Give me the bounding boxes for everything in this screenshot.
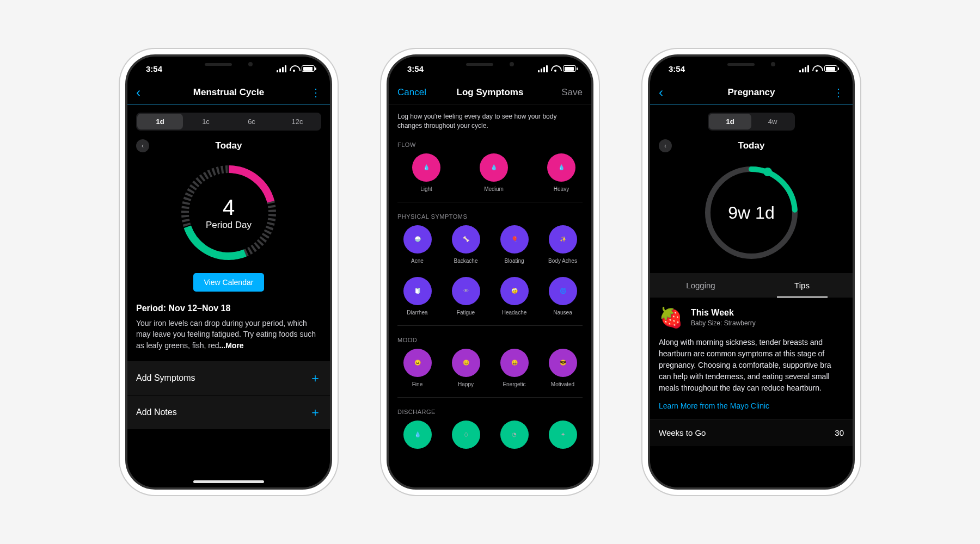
fatigue-icon: 👁 xyxy=(452,277,480,305)
time-range-segmented-control[interactable]: 1d 4w xyxy=(708,113,795,131)
previous-day-button[interactable]: ‹ xyxy=(136,139,149,152)
discharge-icon: ◔ xyxy=(500,421,529,449)
phone-pregnancy: 3:54 ‹ Pregnancy ⋮ 1d 4w ‹ Today xyxy=(648,54,855,490)
plus-icon: ＋ xyxy=(309,404,321,421)
symptom-discharge-2[interactable]: ⬯ xyxy=(442,421,490,449)
symptom-acne[interactable]: 🍚Acne xyxy=(393,225,442,264)
symptom-fatigue[interactable]: 👁Fatigue xyxy=(442,277,490,316)
segment-12c[interactable]: 12c xyxy=(274,114,320,129)
segment-1c[interactable]: 1c xyxy=(183,114,229,129)
more-options-button[interactable]: ⋮ xyxy=(310,86,321,99)
read-more-link[interactable]: ...More xyxy=(219,341,244,350)
heavy-drops-icon: 💧 xyxy=(547,153,575,182)
tip-subtitle: Baby Size: Strawberry xyxy=(691,319,756,327)
segment-4w[interactable]: 4w xyxy=(751,114,794,129)
diarrhea-icon: 🧻 xyxy=(403,277,432,305)
cycle-day-number: 4 xyxy=(223,195,235,220)
symptom-flow-medium[interactable]: 💧 Medium xyxy=(468,153,519,192)
symptom-backache[interactable]: 🦴Backache xyxy=(442,225,490,264)
section-discharge-label: DISCHARGE xyxy=(389,398,591,421)
add-notes-label: Add Notes xyxy=(136,407,177,417)
save-button[interactable]: Save xyxy=(561,87,583,98)
symptom-mood-energetic[interactable]: 😄Energetic xyxy=(490,349,538,387)
previous-day-button[interactable]: ‹ xyxy=(659,139,672,152)
page-title: Menstrual Cycle xyxy=(193,87,264,98)
cycle-day-label: Period Day xyxy=(206,220,252,231)
segment-1d[interactable]: 1d xyxy=(709,114,751,129)
phone-log-symptoms: 3:54 Cancel Log Symptoms Save Log how yo… xyxy=(387,54,593,490)
back-button[interactable]: ‹ xyxy=(659,86,663,99)
battery-icon xyxy=(302,65,315,72)
pregnancy-week-day: 9w 1d xyxy=(728,203,774,223)
discharge-icon: ✦ xyxy=(549,421,577,449)
drop-icon: 💧 xyxy=(412,153,440,182)
battery-icon xyxy=(824,65,837,72)
add-symptoms-label: Add Symptoms xyxy=(136,373,195,383)
symptom-body-aches[interactable]: ✨Body Aches xyxy=(538,225,587,264)
nav-bar: ‹ Menstrual Cycle ⋮ xyxy=(127,81,330,104)
tab-logging[interactable]: Logging xyxy=(650,273,751,298)
symptom-mood-happy[interactable]: 😊Happy xyxy=(442,349,490,387)
tip-title: This Week xyxy=(691,308,756,318)
segment-6c[interactable]: 6c xyxy=(229,114,274,129)
battery-icon xyxy=(563,65,576,72)
home-indicator[interactable] xyxy=(193,480,264,483)
back-button[interactable]: ‹ xyxy=(136,86,140,99)
symptom-mood-motivated[interactable]: 😎Motivated xyxy=(538,349,587,387)
symptom-headache[interactable]: 🤕Headache xyxy=(490,277,538,316)
face-neutral-icon: 😐 xyxy=(403,349,432,377)
add-symptoms-row[interactable]: Add Symptoms ＋ xyxy=(127,361,330,395)
weeks-to-go-label: Weeks to Go xyxy=(659,428,706,437)
section-physical-label: PHYSICAL SYMPTOMS xyxy=(389,202,591,225)
time-range-segmented-control[interactable]: 1d 1c 6c 12c xyxy=(136,113,321,131)
weeks-to-go-row: Weeks to Go 30 xyxy=(650,419,853,446)
intro-text: Log how you're feeling every day to see … xyxy=(389,104,591,131)
cycle-progress-ring: 4 Period Day xyxy=(177,161,280,264)
backache-icon: 🦴 xyxy=(452,225,480,254)
section-mood-label: MOOD xyxy=(389,326,591,349)
wifi-icon xyxy=(551,65,560,72)
symptom-diarrhea[interactable]: 🧻Diarrhea xyxy=(393,277,442,316)
discharge-icon: 💧 xyxy=(403,421,432,449)
face-motivated-icon: 😎 xyxy=(549,349,577,377)
status-time: 3:54 xyxy=(146,64,162,73)
acne-icon: 🍚 xyxy=(403,225,432,254)
period-range-title: Period: Nov 12–Nov 18 xyxy=(136,304,321,313)
more-options-button[interactable]: ⋮ xyxy=(833,86,844,99)
strawberry-icon: 🍓 xyxy=(659,306,683,329)
symptom-bloating[interactable]: 🎈Bloating xyxy=(490,225,538,264)
date-label: Today xyxy=(738,140,765,151)
add-notes-row[interactable]: Add Notes ＋ xyxy=(127,395,330,429)
period-tip-text: Your iron levels can drop during your pe… xyxy=(136,318,321,351)
cellular-signal-icon xyxy=(277,65,286,72)
pregnancy-progress-ring: 9w 1d xyxy=(700,161,803,264)
page-title: Log Symptoms xyxy=(457,87,524,98)
cancel-button[interactable]: Cancel xyxy=(397,88,426,97)
symptom-discharge-4[interactable]: ✦ xyxy=(538,421,587,449)
wifi-icon xyxy=(812,65,821,72)
wifi-icon xyxy=(290,65,298,72)
bloating-icon: 🎈 xyxy=(500,225,529,254)
tab-tips[interactable]: Tips xyxy=(751,273,853,298)
face-happy-icon: 😊 xyxy=(452,349,480,377)
headache-icon: 🤕 xyxy=(500,277,529,305)
view-calendar-button[interactable]: View Calendar xyxy=(193,273,265,292)
tip-body: Along with morning sickness, tender brea… xyxy=(659,337,844,394)
symptom-flow-light[interactable]: 💧 Light xyxy=(401,153,452,192)
symptom-flow-heavy[interactable]: 💧 Heavy xyxy=(536,153,587,192)
symptom-nausea[interactable]: 🌀Nausea xyxy=(538,277,587,316)
symptom-mood-fine[interactable]: 😐Fine xyxy=(393,349,442,387)
symptom-discharge-3[interactable]: ◔ xyxy=(490,421,538,449)
page-title: Pregnancy xyxy=(728,87,775,98)
symptom-discharge-1[interactable]: 💧 xyxy=(393,421,442,449)
phone-menstrual-cycle: 3:54 ‹ Menstrual Cycle ⋮ 1d 1c 6c 12c ‹ … xyxy=(125,54,332,490)
segment-1d[interactable]: 1d xyxy=(137,114,183,129)
learn-more-link[interactable]: Learn More from the Mayo Clinic xyxy=(659,401,844,410)
drops-icon: 💧 xyxy=(480,153,508,182)
plus-icon: ＋ xyxy=(309,370,321,386)
date-label: Today xyxy=(216,140,242,151)
weeks-to-go-value: 30 xyxy=(835,428,844,437)
status-time: 3:54 xyxy=(669,64,685,73)
face-energetic-icon: 😄 xyxy=(500,349,529,377)
cellular-signal-icon xyxy=(799,65,809,72)
